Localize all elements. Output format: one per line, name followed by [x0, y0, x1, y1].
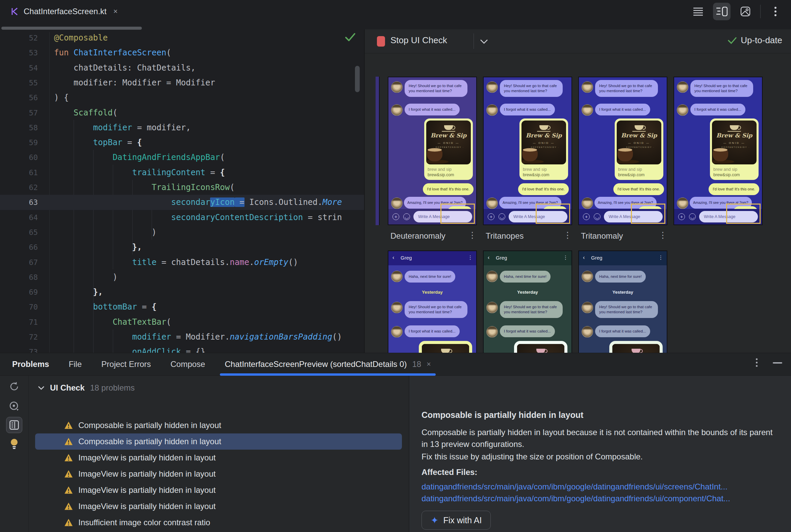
variant-menu-icon[interactable]: ⋮	[468, 231, 477, 239]
line-number[interactable]: 68	[0, 270, 38, 285]
minimize-icon[interactable]	[773, 362, 782, 364]
issue-highlight-box[interactable]	[440, 204, 475, 224]
add-icon[interactable]: +	[583, 213, 590, 220]
code-line[interactable]: 60 DatingAndFriendsAppBar(	[0, 150, 364, 165]
overflow-menu-icon[interactable]: ⋮	[658, 254, 663, 261]
line-number[interactable]: 64	[0, 210, 38, 225]
line-number[interactable]: 53	[0, 45, 38, 60]
code-line[interactable]: 65 )	[0, 225, 364, 240]
affected-file-link[interactable]: datingandfriends/src/main/java/com/ibm/g…	[422, 482, 728, 492]
code-line[interactable]: 72 modifier = Modifier.navigationBarsPad…	[0, 329, 364, 345]
add-icon[interactable]: +	[488, 213, 494, 220]
line-number[interactable]: 71	[0, 315, 38, 330]
code-line[interactable]: 71 ChatTextBar(	[0, 315, 364, 330]
line-number[interactable]: 54	[0, 60, 38, 76]
code-line[interactable]: 64 secondaryContentDescription = strin	[0, 210, 364, 225]
vertical-scrollbar[interactable]	[355, 66, 360, 92]
variant-menu-icon[interactable]: ⋮	[659, 231, 667, 239]
emoji-icon[interactable]: ◡	[594, 213, 601, 220]
tab-ui-check-preview[interactable]: ChatInterfaceScreenPreview (sortedChatDe…	[225, 353, 430, 376]
code-line[interactable]: 58 modifier = modifier,	[0, 120, 364, 135]
code-editor[interactable]: 52@Composable53fun ChatInterfaceScreen(5…	[0, 23, 364, 353]
horizontal-scrollbar[interactable]	[1, 27, 142, 30]
variant-menu-icon[interactable]: ⋮	[563, 231, 572, 239]
issue-highlight-box[interactable]	[631, 204, 665, 224]
emoji-icon[interactable]: ◡	[498, 213, 505, 220]
line-number[interactable]: 57	[0, 105, 38, 120]
tab-file[interactable]: File	[69, 360, 82, 369]
back-icon[interactable]: ‹	[583, 254, 585, 261]
emoji-icon[interactable]: ◡	[689, 213, 696, 220]
code-line[interactable]: 53fun ChatInterfaceScreen(	[0, 45, 364, 60]
line-number[interactable]: 73	[0, 344, 38, 353]
line-number[interactable]: 58	[0, 120, 38, 135]
code-line[interactable]: 54 chatDetails: ChatDetails,	[0, 60, 364, 76]
preview-phone[interactable]: Hey! Should we go to that cafe you menti…	[674, 77, 762, 225]
quick-fix-button[interactable]	[6, 436, 22, 452]
close-tab-icon[interactable]: ×	[427, 360, 431, 368]
code-line[interactable]: 67 title = chatDetails.name.orEmpty()	[0, 255, 364, 270]
line-number[interactable]: 67	[0, 255, 38, 270]
back-icon[interactable]: ‹	[392, 254, 394, 261]
code-line[interactable]: 73 onAddClick = {}	[0, 344, 364, 353]
line-number[interactable]: 52	[0, 31, 38, 45]
code-line[interactable]: 52@Composable	[0, 31, 364, 45]
line-number[interactable]: 63	[0, 195, 38, 210]
problem-row[interactable]: ImageView is partially hidden in layout	[35, 498, 402, 514]
kebab-menu-icon[interactable]	[756, 358, 758, 367]
tab-project-errors[interactable]: Project Errors	[101, 360, 151, 369]
code-line[interactable]: 63 secondaryIcon = Icons.Outlined.More	[0, 195, 364, 210]
problem-row[interactable]: Insufficient image color contrast ratio	[35, 514, 402, 531]
issue-highlight-box[interactable]	[726, 204, 760, 224]
inspection-ok-icon[interactable]	[345, 32, 356, 42]
problem-row[interactable]: Insufficient image color contrast ratio	[35, 531, 402, 532]
more-options-button[interactable]	[767, 3, 784, 20]
line-number[interactable]: 61	[0, 165, 38, 180]
back-icon[interactable]: ‹	[488, 254, 490, 261]
problems-group-row[interactable]: UI Check 18 problems	[38, 383, 135, 393]
line-number[interactable]: 72	[0, 329, 38, 345]
code-view-button[interactable]	[689, 3, 707, 20]
problem-row[interactable]: Composable is partially hidden in layout	[35, 433, 402, 450]
split-view-button[interactable]	[713, 3, 731, 20]
code-line[interactable]: 70 bottomBar = {	[0, 299, 364, 315]
fix-with-ai-button[interactable]: ✦ Fix with AI	[422, 511, 491, 530]
code-line[interactable]: 55 modifier: Modifier = Modifier	[0, 75, 364, 91]
preview-phone[interactable]: ‹Greg⋮Haha, next time for sure!Yesterday…	[388, 250, 477, 353]
code-line[interactable]: 61 trailingContent = {	[0, 165, 364, 180]
code-line[interactable]: 68 )	[0, 270, 364, 285]
emoji-icon[interactable]: ◡	[403, 213, 410, 220]
line-number[interactable]: 56	[0, 90, 38, 105]
stop-ui-check-button[interactable]: Stop UI Check	[390, 35, 447, 45]
preview-phone[interactable]: Hey! Should we go to that cafe you menti…	[388, 77, 477, 225]
editor-tab[interactable]: ChatInterfaceScreen.kt ×	[6, 3, 122, 20]
problem-row[interactable]: Composable is partially hidden in layout	[35, 417, 402, 433]
refresh-button[interactable]	[6, 378, 22, 395]
chevron-down-icon[interactable]	[480, 39, 489, 44]
code-line[interactable]: 59 topBar = {	[0, 135, 364, 150]
preview-view-button[interactable]	[737, 3, 754, 20]
line-number[interactable]: 66	[0, 240, 38, 255]
issue-highlight-box[interactable]	[536, 204, 570, 224]
tab-compose[interactable]: Compose	[170, 360, 205, 369]
line-number[interactable]: 70	[0, 299, 38, 315]
preview-phone[interactable]: Hey! Should we go to that cafe you menti…	[578, 77, 667, 225]
overflow-menu-icon[interactable]: ⋮	[468, 254, 473, 261]
code-line[interactable]: 57 Scaffold(	[0, 105, 364, 120]
close-tab-icon[interactable]: ×	[113, 7, 117, 16]
affected-file-link[interactable]: datingandfriends/src/main/java/com/ibm/g…	[422, 494, 730, 503]
tab-problems[interactable]: Problems	[12, 360, 49, 369]
add-icon[interactable]: +	[392, 213, 399, 220]
preview-details-toggle[interactable]	[6, 417, 22, 433]
line-number[interactable]: 65	[0, 225, 38, 240]
problem-row[interactable]: ImageView is partially hidden in layout	[35, 482, 402, 498]
line-number[interactable]: 60	[0, 150, 38, 165]
code-line[interactable]: 69 },	[0, 285, 364, 300]
preview-phone[interactable]: ‹Greg⋮Haha, next time for sure!Yesterday…	[483, 250, 572, 353]
code-line[interactable]: 66 },	[0, 240, 364, 255]
code-line[interactable]: 62 TrailingIconsRow(	[0, 180, 364, 195]
add-icon[interactable]: +	[678, 213, 685, 220]
preview-phone[interactable]: ‹Greg⋮Haha, next time for sure!Yesterday…	[578, 250, 667, 353]
problem-row[interactable]: ImageView is partially hidden in layout	[35, 466, 402, 482]
code-line[interactable]: 56) {	[0, 90, 364, 105]
